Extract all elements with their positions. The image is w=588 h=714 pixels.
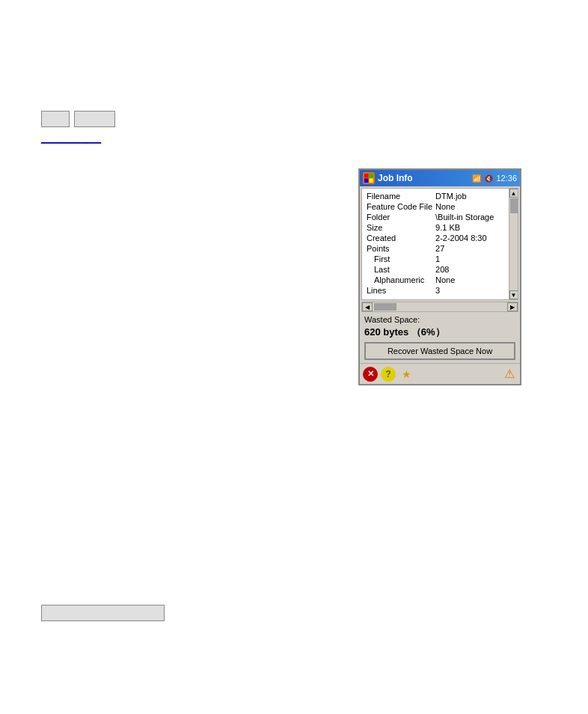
titlebar-left: Job Info: [363, 172, 413, 184]
first-label: First: [365, 254, 434, 264]
scroll-left-arrow[interactable]: ◀: [362, 302, 373, 311]
horizontal-scrollbar[interactable]: ◀ ▶: [361, 302, 518, 312]
table-row: Points 27: [365, 243, 506, 254]
points-label: Points: [365, 243, 434, 254]
table-row: Lines 3: [365, 285, 506, 296]
close-icon[interactable]: ✕: [363, 367, 378, 382]
alphanumeric-value: None: [434, 275, 506, 285]
table-row: Alphanumeric None: [365, 275, 506, 285]
wasted-space-value: 620 bytes （6%）: [364, 326, 515, 339]
info-body-wrapper: Filename DTM.job Feature Code File None …: [361, 188, 518, 300]
top-button-1[interactable]: [41, 111, 70, 127]
first-value: 1: [434, 254, 506, 264]
job-info-dialog: Job Info 📶 🔇 12:36 Filename DTM.job Feat…: [358, 168, 521, 385]
toolbar-right-icons: ⚠: [502, 367, 517, 382]
dialog-title: Job Info: [378, 173, 413, 183]
filename-label: Filename: [365, 191, 434, 201]
last-label: Last: [365, 264, 434, 275]
dialog-titlebar: Job Info 📶 🔇 12:36: [360, 170, 520, 186]
table-row: First 1: [365, 254, 506, 264]
alphanumeric-label: Alphanumeric: [365, 275, 434, 285]
feature-value: None: [434, 201, 506, 212]
size-value: 9.1 KB: [434, 222, 506, 233]
folder-label: Folder: [365, 212, 434, 222]
titlebar-right: 📶 🔇 12:36: [472, 174, 517, 183]
folder-value: \Built-in Storage: [434, 212, 506, 222]
last-value: 208: [434, 264, 506, 275]
filename-value: DTM.job: [434, 191, 506, 201]
points-value: 27: [434, 243, 506, 254]
created-label: Created: [365, 233, 434, 243]
scroll-up-arrow[interactable]: ▲: [509, 189, 518, 198]
vertical-scrollbar[interactable]: ▲ ▼: [509, 189, 518, 299]
lines-label: Lines: [365, 285, 434, 296]
scroll-thumb[interactable]: [510, 198, 518, 213]
table-row: Feature Code File None: [365, 201, 506, 212]
underline-link[interactable]: ____________: [41, 133, 101, 144]
scroll-right-arrow[interactable]: ▶: [507, 302, 518, 311]
dialog-toolbar: ✕ ? ★ ⚠: [360, 363, 520, 384]
table-row: Created 2-2-2004 8:30: [365, 233, 506, 243]
table-row: Last 208: [365, 264, 506, 275]
table-row: Folder \Built-in Storage: [365, 212, 506, 222]
svg-rect-1: [370, 174, 374, 178]
lines-value: 3: [434, 285, 506, 296]
speaker-icon: 🔇: [484, 174, 493, 183]
svg-rect-2: [364, 179, 369, 183]
help-icon[interactable]: ?: [381, 367, 396, 382]
time-display: 12:36: [496, 174, 517, 183]
top-button-2[interactable]: [74, 111, 115, 127]
table-row: Filename DTM.job: [365, 191, 506, 201]
windows-logo-icon: [363, 172, 375, 184]
antenna-icon: 📶: [472, 174, 481, 183]
toolbar-left-icons: ✕ ? ★: [363, 367, 414, 382]
bottom-button[interactable]: [41, 605, 165, 621]
star-icon[interactable]: ★: [399, 367, 414, 382]
feature-label: Feature Code File: [365, 201, 434, 212]
created-value: 2-2-2004 8:30: [434, 233, 506, 243]
info-table: Filename DTM.job Feature Code File None …: [365, 191, 506, 296]
scroll-down-arrow[interactable]: ▼: [509, 290, 518, 299]
table-row: Size 9.1 KB: [365, 222, 506, 233]
wasted-space-label: Wasted Space:: [364, 315, 515, 324]
hscroll-thumb[interactable]: [374, 303, 396, 311]
svg-rect-3: [370, 179, 374, 183]
wasted-space-section: Wasted Space: 620 bytes （6%） Recover Was…: [360, 312, 520, 363]
info-body: Filename DTM.job Feature Code File None …: [362, 189, 509, 299]
size-label: Size: [365, 222, 434, 233]
svg-rect-0: [364, 174, 369, 178]
warning-icon[interactable]: ⚠: [502, 367, 517, 382]
recover-wasted-space-button[interactable]: Recover Wasted Space Now: [364, 342, 515, 360]
top-button-group: [41, 111, 115, 127]
